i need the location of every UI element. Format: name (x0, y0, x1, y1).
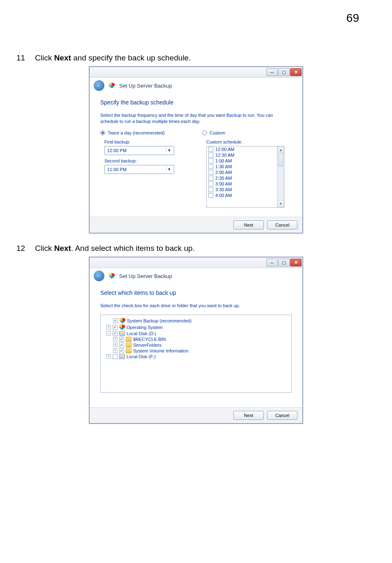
second-backup-label: Second backup: (104, 158, 190, 163)
tree-label: Local Disk (F:) (127, 354, 156, 359)
wizard-content: Specify the backup schedule Select the b… (90, 93, 302, 217)
second-backup-combo[interactable]: 11:00 PM ▾ (104, 165, 174, 174)
time-value: 12:30 AM (215, 153, 234, 158)
checkbox-icon (208, 176, 213, 181)
step-text-bold: Next (54, 53, 71, 62)
back-button[interactable]: ← (94, 80, 104, 91)
step-text-pre: Click (35, 53, 54, 62)
expand-icon[interactable]: + (106, 325, 111, 329)
list-item[interactable]: 1:00 AM (207, 158, 277, 164)
tree-node-local-disk-d[interactable]: − Local Disk (D:) (106, 331, 290, 336)
step-text-post: and specify the back up schedule. (71, 53, 191, 62)
next-button[interactable]: Next (233, 411, 264, 420)
checkbox-icon (208, 164, 213, 169)
checkbox-icon (208, 170, 213, 175)
tree-node-system-volume-info[interactable]: + System Volume Information (113, 348, 290, 354)
checkbox-icon (208, 158, 213, 163)
checkbox-icon (119, 343, 124, 348)
close-icon: ✕ (294, 70, 298, 75)
instruction-step-11: 11 Click Next and specify the back up sc… (0, 25, 392, 67)
minimize-icon: ─ (270, 70, 274, 75)
second-backup-value: 11:00 PM (107, 167, 127, 172)
chevron-down-icon: ▾ (166, 148, 172, 153)
folder-icon (126, 343, 131, 348)
time-value: 12:00 AM (215, 147, 234, 152)
radio-twice-a-day[interactable]: Twice a day (recommended) (100, 130, 190, 135)
scrollbar[interactable]: ▴ ▾ (277, 146, 284, 207)
custom-schedule-label: Custom schedule: (206, 139, 292, 144)
checkbox-icon (119, 348, 124, 353)
wizard-footer: Next Cancel (90, 217, 302, 233)
time-value: 2:00 AM (215, 170, 232, 175)
expand-icon[interactable]: + (113, 337, 118, 341)
wizard-shield-sync-icon (108, 272, 116, 280)
list-item[interactable]: 3:00 AM (207, 181, 277, 187)
expand-icon[interactable]: + (113, 348, 118, 353)
checkbox-icon (113, 325, 118, 330)
next-button[interactable]: Next (233, 220, 264, 229)
instruction-step-12: 12 Click Next. And select which items to… (0, 239, 392, 257)
custom-schedule-listbox[interactable]: 12:00 AM 12:30 AM 1:00 AM 1:30 AM 2:00 A… (206, 146, 284, 208)
section-description: Select the backup frequency and the time… (100, 112, 292, 125)
time-value: 3:00 AM (215, 181, 232, 186)
shield-icon (120, 318, 125, 324)
scroll-down-icon[interactable]: ▾ (277, 200, 284, 207)
tree-node-serverfolders[interactable]: + ServerFolders (113, 342, 290, 348)
list-item[interactable]: 2:30 AM (207, 175, 277, 181)
tree-label: Operating System (127, 325, 163, 330)
time-value: 1:30 AM (215, 164, 232, 169)
checkbox-icon (208, 187, 213, 192)
list-item[interactable]: 1:30 AM (207, 164, 277, 169)
time-value: 1:00 AM (215, 158, 232, 163)
window-minimize-button[interactable]: ─ (266, 259, 278, 266)
collapse-icon[interactable]: − (106, 331, 111, 336)
tree-node-system-backup[interactable]: System Backup (recommended) (113, 317, 290, 324)
cancel-button[interactable]: Cancel (267, 220, 297, 229)
expand-icon[interactable]: + (113, 343, 118, 347)
time-value: 4:00 AM (215, 193, 232, 198)
tree-node-recycle-bin[interactable]: + $RECYCLE.BIN (113, 336, 290, 342)
section-title: Select which items to back up (100, 290, 292, 296)
cancel-button[interactable]: Cancel (267, 411, 297, 420)
list-item[interactable]: 2:00 AM (207, 169, 277, 175)
arrow-left-icon: ← (96, 273, 102, 279)
backup-items-tree[interactable]: System Backup (recommended) + Operating … (100, 315, 292, 393)
tree-label: ServerFolders (133, 343, 161, 348)
window-close-button[interactable]: ✕ (290, 259, 302, 266)
first-backup-combo[interactable]: 12:00 PM ▾ (104, 146, 174, 155)
step-text-bold: Next (54, 244, 71, 253)
drive-icon (119, 331, 125, 336)
window-close-button[interactable]: ✕ (290, 68, 302, 76)
radio-icon (100, 130, 105, 135)
arrow-left-icon: ← (96, 82, 102, 89)
window-maximize-button[interactable]: ▢ (278, 259, 290, 266)
wizard-title: Set Up Server Backup (119, 273, 172, 279)
wizard-content: Select which items to back up Select the… (90, 284, 302, 407)
tree-node-operating-system[interactable]: + Operating System (106, 324, 290, 331)
minimize-icon: ─ (270, 260, 274, 265)
list-item[interactable]: 12:30 AM (207, 152, 277, 158)
wizard-window-schedule: ─ ▢ ✕ ← Set Up Server Backup Specify the… (89, 67, 303, 233)
maximize-icon: ▢ (282, 260, 286, 265)
close-icon: ✕ (294, 260, 298, 265)
tree-label: System Volume Information (133, 348, 189, 353)
expand-icon[interactable]: + (106, 354, 111, 359)
checkbox-icon (119, 337, 124, 342)
tree-node-local-disk-f[interactable]: + Local Disk (F:) (106, 354, 290, 359)
radio-label: Twice a day (recommended) (108, 130, 165, 135)
wizard-header: ← Set Up Server Backup (90, 268, 302, 284)
list-item[interactable]: 3:30 AM (207, 187, 277, 192)
scroll-thumb[interactable] (278, 154, 283, 167)
drive-icon (119, 354, 125, 359)
radio-custom[interactable]: Custom (202, 130, 292, 135)
checkbox-icon (208, 193, 213, 198)
list-item[interactable]: 4:00 AM (207, 192, 277, 198)
tree-label: Local Disk (D:) (127, 331, 156, 336)
back-button[interactable]: ← (94, 271, 104, 281)
list-item[interactable]: 12:00 AM (207, 146, 277, 152)
wizard-title: Set Up Server Backup (119, 83, 172, 89)
scroll-up-icon[interactable]: ▴ (277, 146, 284, 153)
window-maximize-button[interactable]: ▢ (278, 68, 290, 76)
step-text-post: . And select which items to back up. (71, 244, 195, 253)
window-minimize-button[interactable]: ─ (266, 68, 278, 76)
